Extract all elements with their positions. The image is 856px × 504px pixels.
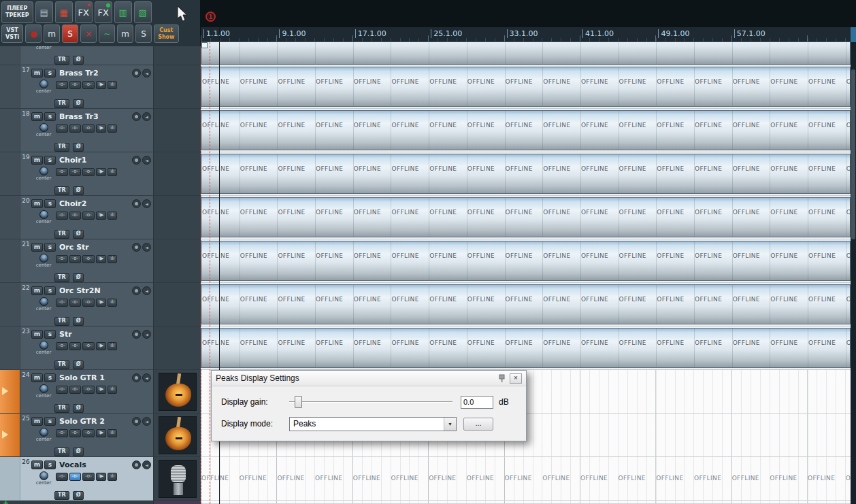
route-button-1[interactable]: -o-: [56, 342, 68, 350]
route-button-2[interactable]: -o-: [69, 342, 82, 350]
record-arm-button[interactable]: [132, 69, 141, 78]
track-row[interactable]: 21msOrc Str◄center-o--o--o-I▶ılıTRØ: [0, 239, 153, 283]
track-mute-button[interactable]: m: [31, 199, 43, 208]
route-button-3[interactable]: -o-: [82, 168, 95, 176]
offline-media-item[interactable]: OFFLINEOFFLINEOFFLINEOFFLINEOFFLINEOFFLI…: [201, 154, 851, 194]
offline-media-item[interactable]: OFFLINEOFFLINEOFFLINEOFFLINEOFFLINEOFFLI…: [201, 110, 851, 150]
phase-button[interactable]: Ø: [73, 317, 84, 326]
track-name[interactable]: Brass Tr3: [59, 112, 131, 121]
route-button-1[interactable]: -o-: [56, 168, 68, 176]
phase-button[interactable]: Ø: [73, 230, 84, 239]
track-solo-button[interactable]: s: [44, 330, 56, 339]
track-lane-partial[interactable]: OFFLINEOFFLINEOFFLINEOFFLINEOFFLINEOFFLI…: [201, 42, 851, 65]
meter-button[interactable]: ılı: [108, 212, 117, 220]
route-button-3[interactable]: -o-: [82, 81, 95, 89]
tr-button[interactable]: TR: [54, 448, 69, 456]
mute-2-button[interactable]: m: [117, 24, 133, 43]
route-button-1[interactable]: -o-: [56, 299, 68, 307]
tr-button[interactable]: TR: [54, 99, 69, 108]
record-arm-button[interactable]: [132, 243, 141, 252]
route-button-2[interactable]: -o-: [69, 429, 82, 437]
route-button-2[interactable]: -o-: [69, 124, 82, 133]
vst-vsti-toggle[interactable]: VSTVSTi: [1, 24, 23, 43]
pan-knob[interactable]: [39, 428, 48, 437]
track-solo-button[interactable]: s: [44, 417, 56, 426]
phase-button[interactable]: Ø: [73, 56, 84, 65]
monitor-icon[interactable]: ◄: [142, 199, 151, 208]
tr-button[interactable]: TR: [54, 143, 69, 152]
track-name[interactable]: Brass Tr2: [59, 69, 131, 78]
route-button-1[interactable]: -o-: [56, 386, 68, 394]
phase-button[interactable]: Ø: [73, 143, 84, 152]
route-button-2[interactable]: -o-: [69, 168, 82, 176]
track-gutter[interactable]: [0, 370, 20, 413]
record-arm-button[interactable]: [132, 330, 141, 339]
track-gutter[interactable]: [0, 239, 20, 282]
phase-button[interactable]: Ø: [73, 360, 84, 369]
pan-knob[interactable]: [39, 167, 48, 175]
track-solo-button[interactable]: s: [44, 69, 56, 78]
tr-button[interactable]: TR: [54, 360, 69, 369]
envelope-button[interactable]: I▶: [96, 124, 106, 133]
track-mute-button[interactable]: m: [31, 330, 43, 339]
meter-button[interactable]: ılı: [108, 386, 117, 394]
tr-button[interactable]: TR: [54, 491, 69, 500]
meter-button[interactable]: ılı: [108, 342, 117, 350]
route-button-1[interactable]: -o-: [56, 81, 68, 89]
cust-show-toggle[interactable]: CustShow: [154, 24, 178, 43]
display-gain-slider[interactable]: [289, 395, 452, 409]
vertical-scrollbar[interactable]: [851, 42, 856, 504]
track-mute-button[interactable]: m: [31, 373, 43, 382]
route-button-1[interactable]: -o-: [56, 212, 68, 220]
record-arm-button[interactable]: [132, 417, 141, 426]
track-gutter[interactable]: [0, 65, 20, 108]
scrollbar-thumb[interactable]: [851, 69, 855, 239]
monitor-icon[interactable]: ◄: [142, 286, 151, 295]
dialog-title-bar[interactable]: Peaks Display Settings ×: [212, 371, 526, 386]
track-row[interactable]: 24msSolo GTR 1◄center-o--o--o-I▶ılıTRØ: [0, 370, 153, 414]
track-name[interactable]: Str: [59, 330, 131, 339]
envelope-button[interactable]: I▶: [96, 429, 106, 437]
envelope-button[interactable]: I▶: [96, 212, 106, 220]
partial-track-lane[interactable]: [201, 501, 851, 504]
pan-knob[interactable]: [39, 297, 48, 306]
route-button-3[interactable]: -o-: [82, 386, 95, 394]
pan-knob[interactable]: [39, 123, 48, 132]
gain-value-input[interactable]: [461, 396, 493, 409]
track-solo-button[interactable]: s: [44, 156, 56, 165]
envelope-button[interactable]: I▶: [96, 473, 106, 481]
monitor-icon[interactable]: ◄: [142, 112, 151, 121]
route-button-1[interactable]: -o-: [56, 124, 68, 133]
phase-button[interactable]: Ø: [73, 186, 84, 195]
meter-button[interactable]: ılı: [108, 299, 117, 307]
chevron-down-icon[interactable]: ▼: [444, 418, 456, 431]
player-tracker-toggle[interactable]: ПЛЕЕРТРЕКЕР: [1, 1, 33, 23]
meter-button[interactable]: ılı: [108, 255, 117, 263]
tr-button[interactable]: TR: [54, 186, 69, 195]
track-gutter[interactable]: [0, 414, 20, 456]
track-gutter[interactable]: [0, 326, 20, 369]
media-docker-button[interactable]: ▤: [35, 1, 53, 23]
mute-all-button[interactable]: m: [44, 24, 60, 43]
route-button-1[interactable]: -o-: [56, 429, 68, 437]
track-row[interactable]: 18msBrass Tr3◄center-o--o--o-I▶ılıTRØ: [0, 109, 153, 152]
track-lane[interactable]: OFFLINEOFFLINEOFFLINEOFFLINEOFFLINEOFFLI…: [201, 283, 851, 326]
track-gutter[interactable]: [0, 457, 20, 500]
track-name[interactable]: Choir1: [59, 156, 131, 165]
offline-media-item[interactable]: OFFLINEOFFLINEOFFLINEOFFLINEOFFLINEOFFLI…: [201, 42, 851, 65]
route-button-2[interactable]: -o-: [69, 473, 82, 481]
track-mute-button[interactable]: m: [31, 112, 43, 121]
tr-button[interactable]: TR: [54, 56, 69, 65]
tr-button[interactable]: TR: [54, 273, 69, 282]
track-solo-button[interactable]: s: [44, 243, 56, 252]
track-solo-button[interactable]: s: [44, 199, 56, 208]
track-row[interactable]: 26msVocals◄center-o--o--o-I▶ılıTRØ: [0, 457, 153, 501]
meter-button[interactable]: ılı: [108, 473, 117, 481]
route-button-1[interactable]: -o-: [56, 473, 68, 481]
record-arm-button[interactable]: [132, 199, 141, 208]
more-options-button[interactable]: ...: [463, 418, 493, 431]
loop-start-marker[interactable]: [201, 42, 208, 48]
midi-editor-button[interactable]: ▧: [134, 1, 152, 23]
route-button-3[interactable]: -o-: [82, 212, 95, 220]
track-solo-button[interactable]: s: [44, 373, 56, 382]
